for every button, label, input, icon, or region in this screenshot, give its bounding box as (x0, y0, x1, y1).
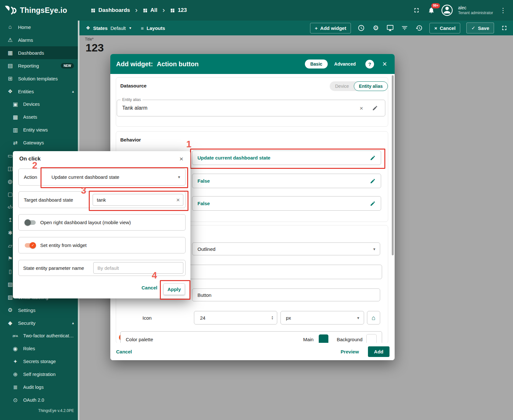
kebab-icon: ⋮ (500, 6, 506, 14)
sidebar-item[interactable]: ❖ Entities ▴ (0, 85, 78, 98)
avatar[interactable] (441, 5, 453, 16)
sidebar-item[interactable]: ⊞ Solution templates (0, 72, 78, 85)
help-button[interactable]: ? (365, 60, 374, 68)
edit-pencil-icon[interactable] (370, 155, 376, 161)
sidebar-item-icon: ⊙ (12, 397, 19, 404)
add-button[interactable]: Add (368, 346, 389, 357)
breadcrumb-all[interactable]: All (143, 7, 158, 14)
sidebar-item[interactable]: ⊕ Self registration (0, 368, 78, 381)
breadcrumb-dashboards[interactable]: Dashboards (91, 7, 130, 14)
tab-basic[interactable]: Basic (305, 59, 328, 68)
entity-alias-field[interactable]: Entity alias Tank alarm × (117, 100, 385, 116)
sidebar-item[interactable]: ⚠ Alarms (0, 33, 78, 46)
sidebar-item-icon: 2FA (12, 334, 19, 338)
sidebar-item[interactable]: ≣ Audit logs (0, 381, 78, 394)
sidebar-item[interactable]: ⊙ OAuth 2.0 (0, 394, 78, 406)
layouts-button[interactable]: ≡ Layouts (141, 25, 165, 31)
manage-widgets-button[interactable] (386, 24, 394, 32)
mobile-layout-toggle[interactable] (24, 219, 36, 226)
state-entity-param-input[interactable] (97, 265, 180, 271)
action-select-value[interactable]: Update current dashboard state (47, 174, 119, 180)
breadcrumb-current[interactable]: 123 (170, 7, 187, 14)
edit-pencil-icon[interactable] (372, 105, 378, 111)
sidebar-item[interactable]: ⚙ Settings (0, 304, 78, 316)
settings-button[interactable]: ⚙ (371, 24, 380, 32)
toggle-entity-alias[interactable]: Entity alias (354, 81, 388, 91)
icon-size-unit-select[interactable]: px ▾ (280, 311, 364, 324)
add-widget-button[interactable]: + Add widget (310, 23, 351, 33)
tab-advanced[interactable]: Advanced (332, 59, 358, 68)
sidebar-item[interactable]: 2FA Two-factor authenticati… (0, 329, 78, 342)
layouts-icon: ≡ (141, 25, 144, 31)
sidebar-item[interactable]: ▥ Entity views (0, 123, 78, 136)
user-info[interactable]: alec Tenant administrator (458, 5, 493, 15)
number-stepper[interactable]: ▴ ▾ (271, 315, 273, 320)
chevron-down-icon[interactable]: ▾ (178, 175, 180, 179)
user-role: Tenant administrator (458, 11, 493, 15)
modal-close-button[interactable]: × (380, 60, 389, 68)
sidebar-item[interactable]: ✦ Secrets storage (0, 355, 78, 368)
filter-button[interactable] (400, 24, 409, 32)
behavior-setting-value: Update current dashboard state (197, 155, 370, 160)
icon-label: Icon (142, 315, 151, 321)
sidebar-item[interactable]: ◆ Security ▴ (0, 316, 78, 329)
toggle-thumb (24, 219, 31, 226)
layers-icon: ❖ (86, 25, 90, 31)
icon-size-field[interactable]: ▴ ▾ (194, 311, 277, 324)
sidebar-item[interactable]: ▦ Dashboards (0, 46, 78, 59)
icon-size-unit-value: px (286, 315, 291, 321)
version-history-button[interactable] (415, 24, 423, 32)
brand-logo[interactable]: ThingsEye.io (0, 4, 78, 16)
sidebar-item-icon: ▩ (12, 114, 19, 121)
set-entity-row: ✓ Set entity from widget (18, 237, 186, 253)
sidebar-item[interactable]: ⌂ Home (0, 21, 78, 33)
fullscreen-button[interactable] (412, 5, 421, 15)
target-state-input[interactable] (96, 197, 176, 203)
breadcrumb-label: Dashboards (98, 7, 130, 14)
sidebar-item-icon: ⊞ (6, 75, 14, 82)
sidebar-item[interactable]: ⇄ Gateways (0, 136, 78, 149)
states-selector[interactable]: ❖ States Default ▾ (86, 25, 131, 31)
edit-pencil-icon[interactable] (370, 201, 376, 206)
apply-button[interactable]: Apply (163, 283, 185, 295)
toolbar-fullscreen-button[interactable] (500, 24, 508, 32)
add-widget-label: Add widget (320, 25, 346, 31)
sidebar-item[interactable]: ▩ Assets (0, 111, 78, 123)
brand-logo-icon (3, 4, 17, 16)
sidebar-item-label: Devices (23, 102, 74, 107)
sidebar-item-label: Solution templates (18, 76, 74, 81)
monitor-icon (387, 24, 394, 32)
time-window-button[interactable] (357, 24, 365, 32)
sidebar-item[interactable]: ◉ Roles (0, 342, 78, 355)
stepper-down-icon[interactable]: ▾ (271, 318, 273, 320)
save-button[interactable]: ✓ Save (466, 23, 494, 33)
modal-header: Add widget: Action button Basic Advanced… (110, 54, 395, 74)
button-style-select[interactable]: Outlined ▾ (192, 242, 380, 255)
cancel-edit-button[interactable]: × Cancel (429, 23, 460, 33)
modal-cancel-button[interactable]: Cancel (115, 348, 133, 356)
behavior-setting-row[interactable]: False (192, 174, 381, 188)
clear-icon[interactable]: × (360, 105, 363, 111)
button-text-field[interactable]: Button (192, 288, 380, 301)
behavior-setting-row[interactable]: False (192, 196, 381, 211)
preview-button[interactable]: Preview (340, 348, 360, 356)
breadcrumb: Dashboards › All › 123 (91, 6, 187, 14)
modal-scrollbar[interactable] (392, 75, 394, 255)
close-icon: × (179, 155, 183, 162)
dialog-cancel-button[interactable]: Cancel (141, 284, 158, 292)
toggle-device[interactable]: Device (330, 82, 354, 91)
icon-size-input[interactable] (199, 315, 271, 321)
clear-icon[interactable]: × (176, 197, 180, 203)
kebab-menu-button[interactable]: ⋮ (498, 5, 508, 15)
set-entity-toggle[interactable]: ✓ (24, 242, 36, 249)
dialog-close-button[interactable]: × (178, 155, 185, 162)
datasource-heading: Datasource (120, 83, 147, 88)
behavior-setting-row[interactable]: Update current dashboard state (192, 151, 381, 165)
notifications-button[interactable]: 99+ (426, 5, 436, 15)
sidebar-item[interactable]: ▤ Reporting NEW (0, 59, 78, 72)
sidebar-item[interactable]: ▣ Devices (0, 98, 78, 111)
toggle-thumb: ✓ (30, 242, 36, 249)
icon-picker-button[interactable]: ⌂ (367, 311, 380, 324)
sidebar-item-label: Dashboards (18, 50, 74, 56)
edit-pencil-icon[interactable] (370, 178, 376, 184)
